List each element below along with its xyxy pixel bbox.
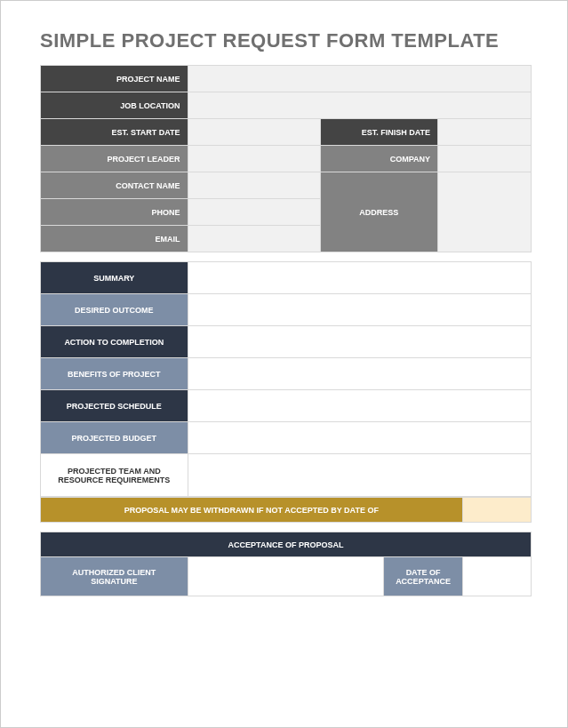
value-job-location[interactable] <box>188 92 531 119</box>
label-action-to-completion: ACTION TO COMPLETION <box>41 326 188 358</box>
value-team-resource[interactable] <box>188 454 531 497</box>
page: SIMPLE PROJECT REQUEST FORM TEMPLATE PRO… <box>0 0 568 728</box>
value-projected-schedule[interactable] <box>188 390 531 422</box>
value-date-acceptance[interactable] <box>462 557 531 596</box>
value-benefits[interactable] <box>188 358 531 390</box>
label-signature: AUTHORIZED CLIENT SIGNATURE <box>41 557 188 596</box>
value-signature[interactable] <box>188 557 384 596</box>
label-est-finish-date: EST. FINISH DATE <box>320 119 437 146</box>
value-action-to-completion[interactable] <box>188 326 531 358</box>
value-desired-outcome[interactable] <box>188 294 531 326</box>
value-withdrawal-date[interactable] <box>462 498 531 523</box>
value-project-leader[interactable] <box>188 146 320 172</box>
label-company: COMPANY <box>320 146 437 172</box>
value-est-start-date[interactable] <box>188 119 320 146</box>
label-contact-name: CONTACT NAME <box>41 172 188 199</box>
label-job-location: JOB LOCATION <box>41 92 188 119</box>
label-withdrawal-notice: PROPOSAL MAY BE WITHDRAWN IF NOT ACCEPTE… <box>41 498 463 523</box>
label-projected-schedule: PROJECTED SCHEDULE <box>41 390 188 422</box>
label-team-resource: PROJECTED TEAM AND RESOURCE REQUIREMENTS <box>41 454 188 497</box>
label-date-acceptance: DATE OF ACCEPTANCE <box>384 557 462 596</box>
value-company[interactable] <box>438 146 532 172</box>
value-est-finish-date[interactable] <box>438 119 532 146</box>
label-benefits: BENEFITS OF PROJECT <box>41 358 188 390</box>
value-contact-name[interactable] <box>188 172 320 199</box>
label-email: EMAIL <box>41 226 188 252</box>
value-email[interactable] <box>188 226 320 252</box>
form-title: SIMPLE PROJECT REQUEST FORM TEMPLATE <box>40 29 532 52</box>
label-address: ADDRESS <box>320 172 437 252</box>
label-summary: SUMMARY <box>41 262 188 294</box>
label-desired-outcome: DESIRED OUTCOME <box>41 294 188 326</box>
label-project-leader: PROJECT LEADER <box>41 146 188 172</box>
value-phone[interactable] <box>188 199 320 226</box>
withdrawal-table: PROPOSAL MAY BE WITHDRAWN IF NOT ACCEPTE… <box>40 497 532 523</box>
details-table: SUMMARY DESIRED OUTCOME ACTION TO COMPLE… <box>40 261 532 497</box>
label-project-name: PROJECT NAME <box>41 66 188 92</box>
value-project-name[interactable] <box>188 66 531 92</box>
value-projected-budget[interactable] <box>188 422 531 454</box>
label-est-start-date: EST. START DATE <box>41 119 188 146</box>
value-summary[interactable] <box>188 262 531 294</box>
value-address[interactable] <box>438 172 532 252</box>
label-acceptance-header: ACCEPTANCE OF PROPOSAL <box>41 532 532 557</box>
label-projected-budget: PROJECTED BUDGET <box>41 422 188 454</box>
header-table: PROJECT NAME JOB LOCATION EST. START DAT… <box>40 65 532 252</box>
acceptance-table: ACCEPTANCE OF PROPOSAL AUTHORIZED CLIENT… <box>40 532 532 596</box>
label-phone: PHONE <box>41 199 188 226</box>
